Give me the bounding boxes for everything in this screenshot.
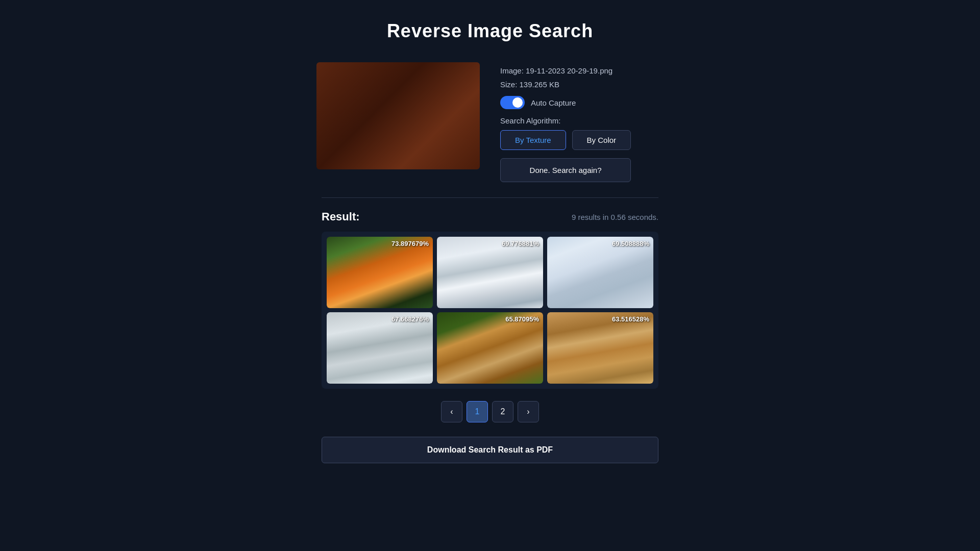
result-score-5: 65.87095% <box>505 315 539 323</box>
result-item-3[interactable]: 69.508888% <box>547 237 653 308</box>
by-color-button[interactable]: By Color <box>572 130 631 150</box>
result-image-4 <box>327 312 433 384</box>
result-score-2: 69.776881% <box>502 240 539 247</box>
result-item-4[interactable]: 67.668276% <box>327 312 433 384</box>
search-again-button[interactable]: Done. Search again? <box>500 158 631 182</box>
result-item-5[interactable]: 65.87095% <box>437 312 543 384</box>
top-section: Image: 19-11-2023 20-29-19.png Size: 139… <box>316 62 664 182</box>
results-grid: 73.897679% 69.776881% 69.508888% 67.6682… <box>322 232 658 389</box>
algorithm-buttons: By Texture By Color <box>500 130 631 150</box>
page-1-button[interactable]: 1 <box>467 401 488 422</box>
result-image-3 <box>547 237 653 308</box>
image-preview <box>316 62 480 169</box>
pagination: ‹ 1 2 › <box>441 401 539 422</box>
image-size: Size: 139.265 KB <box>500 80 631 89</box>
info-panel: Image: 19-11-2023 20-29-19.png Size: 139… <box>500 62 631 182</box>
image-filename: Image: 19-11-2023 20-29-19.png <box>500 66 631 75</box>
prev-page-button[interactable]: ‹ <box>441 401 462 422</box>
divider <box>322 197 658 198</box>
result-stats: 9 results in 0.56 seconds. <box>572 213 658 221</box>
auto-capture-toggle[interactable] <box>500 96 525 109</box>
page-2-button[interactable]: 2 <box>492 401 513 422</box>
toggle-label: Auto Capture <box>531 98 576 107</box>
result-score-6: 63.516528% <box>612 315 649 323</box>
result-image-2 <box>437 237 543 308</box>
result-image-6 <box>547 312 653 384</box>
by-texture-button[interactable]: By Texture <box>500 130 566 150</box>
result-image-5 <box>437 312 543 384</box>
next-page-button[interactable]: › <box>518 401 539 422</box>
results-header: Result: 9 results in 0.56 seconds. <box>322 210 658 223</box>
result-label: Result: <box>322 210 360 223</box>
result-item-2[interactable]: 69.776881% <box>437 237 543 308</box>
toggle-row: Auto Capture <box>500 96 631 109</box>
result-score-3: 69.508888% <box>612 240 649 247</box>
result-item-1[interactable]: 73.897679% <box>327 237 433 308</box>
result-score-1: 73.897679% <box>391 240 429 247</box>
algorithm-label: Search Algorithm: <box>500 116 631 125</box>
page-title: Reverse Image Search <box>387 20 593 42</box>
download-button[interactable]: Download Search Result as PDF <box>322 437 658 463</box>
result-item-6[interactable]: 63.516528% <box>547 312 653 384</box>
result-score-4: 67.668276% <box>391 315 429 323</box>
result-image-1 <box>327 237 433 308</box>
